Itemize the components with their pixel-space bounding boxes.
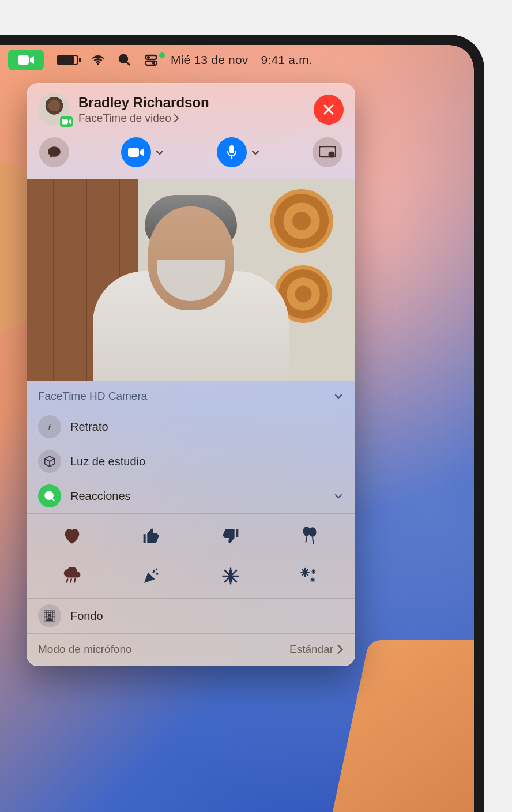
svg-line-3: [127, 62, 130, 66]
row-label: Reacciones: [70, 490, 324, 503]
reactions-toggle[interactable]: Reacciones: [38, 479, 344, 513]
background-toggle[interactable]: Fondo: [38, 599, 344, 633]
contact-name: Bradley Richardson: [78, 95, 306, 111]
chevron-right-icon: [337, 645, 344, 654]
wifi-icon[interactable]: [91, 53, 105, 67]
end-call-button[interactable]: [314, 95, 344, 125]
mic-mode-label: Modo de micrófono: [38, 643, 132, 656]
menubar-clock[interactable]: 9:41 a.m.: [261, 53, 313, 67]
chevron-down-icon: [333, 491, 344, 501]
wallpaper-shape: [325, 640, 474, 812]
mic-mode-row[interactable]: Modo de micrófono Estándar: [38, 634, 344, 666]
reaction-confetti[interactable]: [112, 562, 191, 590]
screen-share-button[interactable]: [313, 137, 342, 167]
device-frame: Mié 13 de nov 9:41 a.m. Bradley Richards…: [0, 35, 484, 812]
row-label: Retrato: [70, 420, 344, 434]
aperture-icon: ƒ: [38, 415, 61, 438]
mic-mode-value: Estándar: [289, 643, 333, 656]
camera-in-use-indicator: [159, 52, 165, 58]
control-center-icon[interactable]: [144, 53, 158, 67]
svg-rect-8: [62, 119, 68, 124]
background-icon: [38, 604, 61, 627]
messages-button[interactable]: [39, 137, 69, 167]
camera-selector-label: FaceTime HD Camera: [38, 390, 147, 403]
reaction-thumbs-down[interactable]: [191, 522, 270, 550]
contact-info[interactable]: Bradley Richardson FaceTime de video: [78, 95, 306, 125]
svg-rect-10: [229, 145, 234, 153]
video-preview: [27, 179, 355, 381]
svg-point-56: [48, 614, 51, 617]
call-header: Bradley Richardson FaceTime de video: [27, 83, 355, 131]
reaction-heart[interactable]: [32, 522, 112, 550]
chevron-down-icon: [333, 391, 344, 401]
mic-toggle-button[interactable]: [217, 137, 247, 167]
portrait-toggle[interactable]: ƒ Retrato: [38, 409, 344, 444]
decor: [270, 189, 333, 253]
menubar-date[interactable]: Mié 13 de nov: [171, 53, 249, 67]
reaction-fireworks[interactable]: [270, 562, 350, 590]
facetime-badge-icon: [59, 115, 74, 128]
call-controls: [27, 131, 355, 179]
camera-selector[interactable]: FaceTime HD Camera: [38, 381, 344, 409]
spotlight-icon[interactable]: [118, 53, 131, 67]
svg-line-22: [70, 579, 71, 582]
svg-point-7: [152, 62, 155, 64]
svg-text:ƒ: ƒ: [48, 422, 52, 431]
svg-line-21: [67, 579, 67, 582]
facetime-menubar-button[interactable]: [8, 50, 44, 70]
reaction-thumbs-up[interactable]: [112, 522, 191, 550]
chevron-down-icon[interactable]: [250, 147, 261, 157]
svg-point-25: [156, 573, 159, 575]
reaction-balloons[interactable]: [270, 522, 350, 550]
desktop-wallpaper: Mié 13 de nov 9:41 a.m. Bradley Richards…: [0, 45, 474, 812]
chevron-down-icon[interactable]: [155, 147, 165, 157]
row-label: Luz de estudio: [70, 455, 344, 468]
call-type-label: FaceTime de video: [78, 112, 306, 125]
reactions-grid: [27, 514, 355, 598]
svg-line-23: [74, 579, 75, 582]
svg-point-1: [97, 63, 99, 65]
reaction-rain[interactable]: [32, 562, 112, 590]
facetime-popover: Bradley Richardson FaceTime de video: [27, 83, 355, 666]
svg-rect-9: [128, 148, 139, 157]
camera-toggle-button[interactable]: [121, 137, 151, 167]
svg-line-16: [52, 498, 54, 501]
cube-icon: [38, 450, 61, 473]
svg-point-20: [309, 527, 317, 537]
svg-point-26: [156, 568, 157, 570]
svg-rect-0: [18, 55, 29, 65]
reactions-icon: [38, 484, 61, 507]
contact-avatar[interactable]: [38, 93, 70, 126]
svg-point-5: [147, 56, 149, 58]
svg-point-2: [119, 55, 127, 63]
battery-status[interactable]: [57, 55, 78, 65]
reaction-burst[interactable]: [191, 562, 270, 590]
studio-light-toggle[interactable]: Luz de estudio: [38, 444, 344, 479]
row-label: Fondo: [70, 610, 344, 623]
menubar: Mié 13 de nov 9:41 a.m.: [0, 45, 474, 75]
